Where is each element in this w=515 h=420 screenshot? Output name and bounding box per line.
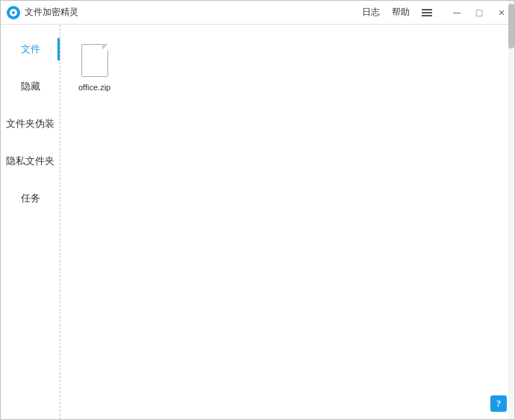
scrollbar[interactable] <box>508 25 514 419</box>
title-bar-left: 文件加密精灵 <box>7 6 362 19</box>
sidebar-item-hide[interactable]: 隐藏 <box>1 68 60 105</box>
title-bar-right: 日志 帮助 ─ □ × <box>362 6 508 19</box>
sidebar-item-folder-disguise[interactable]: 文件夹伪装 <box>1 105 60 142</box>
maximize-button[interactable]: □ <box>472 6 486 19</box>
file-grid: office.zip <box>72 37 502 98</box>
sidebar-item-tasks-label: 任务 <box>21 192 40 205</box>
sidebar-item-files[interactable]: 文件 <box>1 31 60 68</box>
help-button[interactable]: ? <box>490 395 507 412</box>
file-item[interactable]: office.zip <box>72 37 116 98</box>
title-bar: 文件加密精灵 日志 帮助 ─ □ × <box>1 1 514 25</box>
sidebar-item-files-label: 文件 <box>21 43 40 56</box>
sidebar-item-hide-label: 隐藏 <box>21 80 40 93</box>
log-menu-item[interactable]: 日志 <box>362 6 380 19</box>
sidebar-item-private-folder[interactable]: 隐私文件夹 <box>1 142 60 180</box>
content-area: office.zip ? <box>60 25 514 419</box>
file-icon <box>80 43 110 78</box>
minimize-button[interactable]: ─ <box>450 6 464 19</box>
sidebar-item-private-folder-label: 隐私文件夹 <box>6 154 54 168</box>
help-menu-item[interactable]: 帮助 <box>392 6 410 19</box>
app-icon <box>7 6 20 19</box>
window-controls: ─ □ × <box>450 6 508 19</box>
window-title: 文件加密精灵 <box>25 6 78 19</box>
sidebar-item-folder-disguise-label: 文件夹伪装 <box>6 117 54 131</box>
hamburger-menu-icon[interactable] <box>422 9 432 16</box>
close-button[interactable]: × <box>495 6 508 19</box>
file-name: office.zip <box>78 83 110 92</box>
sidebar-item-tasks[interactable]: 任务 <box>1 180 60 217</box>
help-button-label: ? <box>496 398 502 410</box>
scrollbar-thumb[interactable] <box>508 25 514 48</box>
sidebar: 文件 隐藏 文件夹伪装 隐私文件夹 任务 <box>1 25 60 419</box>
main-content: 文件 隐藏 文件夹伪装 隐私文件夹 任务 <box>1 25 514 419</box>
main-window: 文件加密精灵 日志 帮助 ─ □ × 文件 隐藏 <box>0 0 515 420</box>
